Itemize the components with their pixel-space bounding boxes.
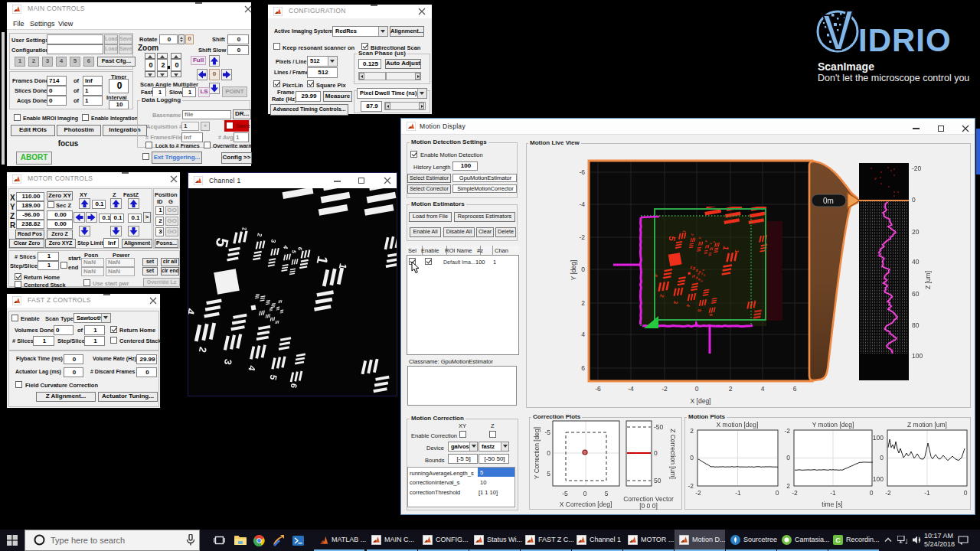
svg-text:0: 0 <box>964 489 968 497</box>
svg-text:-2: -2 <box>688 482 694 490</box>
svg-text:1: 1 <box>240 227 248 232</box>
svg-text:-2: -2 <box>695 489 701 497</box>
svg-text:0: 0 <box>776 489 779 497</box>
svg-text:5: 5 <box>211 236 232 249</box>
svg-text:5: 5 <box>291 249 297 253</box>
svg-text:4: 4 <box>282 245 289 250</box>
svg-text:time [s]: time [s] <box>822 500 842 508</box>
svg-text:6: 6 <box>297 246 303 250</box>
svg-text:3: 3 <box>270 239 277 244</box>
svg-text:3: 3 <box>222 358 234 366</box>
svg-text:1: 1 <box>314 255 332 266</box>
svg-text:2: 2 <box>256 233 263 238</box>
svg-text:2: 2 <box>690 427 694 435</box>
svg-text:X motion [deg]: X motion [deg] <box>717 421 759 429</box>
svg-text:0: 0 <box>786 454 790 461</box>
svg-text:100: 100 <box>873 475 884 483</box>
svg-text:0: 0 <box>870 489 874 497</box>
svg-text:100: 100 <box>873 434 884 442</box>
svg-text:-2: -2 <box>784 427 790 435</box>
svg-text:0: 0 <box>880 454 884 461</box>
svg-text:-1: -1 <box>735 489 741 497</box>
svg-text:5: 5 <box>267 373 279 381</box>
svg-text:0: 0 <box>690 454 694 461</box>
svg-text:-1: -1 <box>830 489 836 497</box>
svg-text:-2: -2 <box>792 489 798 497</box>
svg-text:6: 6 <box>289 383 299 389</box>
svg-text:4: 4 <box>188 308 198 316</box>
svg-text:2: 2 <box>786 482 790 490</box>
svg-text:IDRIO: IDRIO <box>858 22 952 58</box>
svg-text:-2: -2 <box>885 489 891 497</box>
svg-text:Z motion [um]: Z motion [um] <box>907 421 947 429</box>
svg-text:C: C <box>835 536 841 544</box>
svg-text:2: 2 <box>197 346 209 354</box>
svg-text:Y motion [deg]: Y motion [deg] <box>812 421 854 429</box>
svg-text:-1: -1 <box>924 489 930 497</box>
svg-text:4: 4 <box>246 364 257 372</box>
